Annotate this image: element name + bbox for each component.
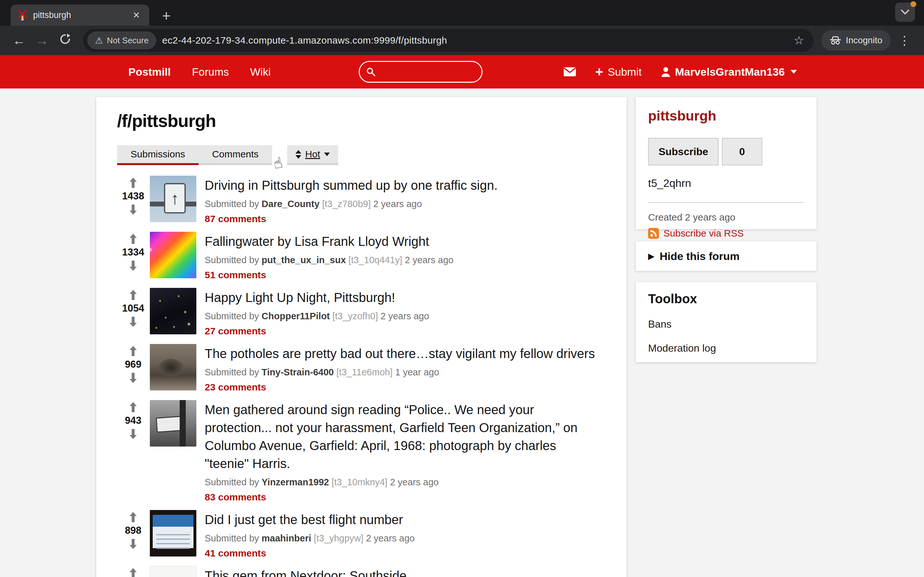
vote-count: 1054 bbox=[122, 303, 144, 314]
user-menu[interactable]: MarvelsGrantMan136 bbox=[661, 66, 797, 78]
address-bar[interactable]: ⚠ Not Secure ec2-44-202-179-34.compute-1… bbox=[83, 29, 814, 52]
downvote-icon[interactable] bbox=[129, 261, 137, 271]
brand-link[interactable]: Postmill bbox=[128, 66, 171, 78]
submission-row: 835 This gem from Nextdoor: Southside Su… bbox=[117, 566, 606, 577]
new-tab-button[interactable]: + bbox=[162, 7, 171, 24]
toolbox-item-moderation-log[interactable]: Moderation log bbox=[648, 342, 804, 354]
back-icon[interactable]: ← bbox=[9, 33, 29, 48]
hide-forum-label: Hide this forum bbox=[660, 250, 740, 263]
submission-id: [t3_10q441y] bbox=[349, 255, 402, 265]
submission-title[interactable]: Did I just get the best flight number bbox=[205, 511, 415, 529]
downvote-icon[interactable] bbox=[129, 373, 137, 383]
submission-thumbnail[interactable] bbox=[150, 510, 196, 556]
submission-row: 1334 Fallingwater by Lisa Frank Lloyd Wr… bbox=[117, 232, 606, 280]
rss-link[interactable]: Subscribe via RSS bbox=[648, 228, 804, 239]
comments-link[interactable]: 87 comments bbox=[205, 213, 498, 224]
upvote-icon[interactable] bbox=[129, 177, 137, 188]
submission-title[interactable]: Men gathered around sign reading “Police… bbox=[205, 401, 601, 472]
submission-meta: Submitted by Chopper11Pilot [t3_yzofh0] … bbox=[205, 311, 429, 322]
comments-link[interactable]: 23 comments bbox=[205, 382, 595, 393]
incognito-icon bbox=[830, 36, 841, 45]
toolbox-title: Toolbox bbox=[648, 292, 804, 306]
update-dot bbox=[911, 1, 916, 7]
submission-thumbnail[interactable] bbox=[150, 400, 196, 446]
sort-dropdown[interactable]: Hot bbox=[287, 145, 338, 165]
submission-row: 943 Men gathered around sign reading “Po… bbox=[117, 400, 606, 503]
submission-title[interactable]: Happy Light Up Night, Pittsburgh! bbox=[205, 288, 429, 306]
comments-link[interactable]: 51 comments bbox=[205, 269, 453, 280]
downvote-icon[interactable] bbox=[129, 539, 137, 549]
submission-thumbnail[interactable] bbox=[150, 566, 196, 577]
sort-icon bbox=[296, 150, 301, 159]
submission-time: 2 years ago bbox=[381, 311, 429, 321]
author-link[interactable]: Chopper11Pilot bbox=[262, 311, 330, 321]
vote-column: 943 bbox=[117, 400, 149, 503]
submission-id: [t3_z780b9] bbox=[322, 199, 371, 209]
postmill-favicon-windmill-icon bbox=[17, 10, 28, 21]
author-link[interactable]: Tiny-Strain-6400 bbox=[262, 367, 334, 377]
submission-thumbnail[interactable] bbox=[150, 344, 196, 390]
window-chevron-button[interactable] bbox=[895, 3, 915, 22]
hide-forum-card[interactable]: ▶ Hide this forum bbox=[636, 242, 817, 271]
submission-list: 1438 Driving in Pittsburgh summed up by … bbox=[117, 176, 606, 577]
page-title: /f/pittsburgh bbox=[117, 111, 606, 131]
submission-title[interactable]: Driving in Pittsburgh summed up by one t… bbox=[205, 176, 498, 194]
submission-meta: Submitted by Tiny-Strain-6400 [t3_11e6mo… bbox=[205, 367, 595, 378]
author-link[interactable]: maahinberi bbox=[262, 533, 311, 543]
vote-count: 1438 bbox=[122, 190, 144, 202]
submission-time: 2 years ago bbox=[405, 255, 454, 265]
messages-button[interactable] bbox=[564, 67, 576, 77]
submission-title[interactable]: The potholes are pretty bad out there…st… bbox=[205, 345, 595, 363]
upvote-icon[interactable] bbox=[129, 512, 137, 522]
comments-link[interactable]: 41 comments bbox=[205, 548, 415, 559]
bookmark-star-icon[interactable]: ☆ bbox=[788, 34, 809, 47]
downvote-icon[interactable] bbox=[129, 317, 137, 327]
submission-body: This gem from Nextdoor: Southside Submit… bbox=[196, 566, 411, 577]
nav-link-wiki[interactable]: Wiki bbox=[250, 66, 270, 78]
submission-thumbnail[interactable] bbox=[150, 288, 196, 334]
upvote-icon[interactable] bbox=[129, 402, 137, 412]
submission-title[interactable]: This gem from Nextdoor: Southside bbox=[205, 567, 411, 577]
submission-thumbnail[interactable] bbox=[150, 176, 196, 222]
upvote-icon[interactable] bbox=[129, 234, 137, 244]
downvote-icon[interactable] bbox=[129, 205, 137, 215]
vote-count: 898 bbox=[125, 525, 142, 536]
upvote-icon[interactable] bbox=[129, 290, 137, 300]
tab-submissions[interactable]: Submissions bbox=[117, 145, 199, 165]
search-box[interactable] bbox=[359, 61, 483, 83]
submit-button[interactable]: + Submit bbox=[596, 66, 642, 78]
nav-link-forums[interactable]: Forums bbox=[192, 66, 229, 78]
author-link[interactable]: Yinzerman1992 bbox=[262, 477, 329, 487]
subscribe-button[interactable]: Subscribe bbox=[648, 138, 719, 165]
tab-comments[interactable]: Comments bbox=[199, 145, 272, 165]
toolbox-card: Toolbox Bans Moderation log bbox=[636, 282, 817, 362]
vote-count: 1334 bbox=[122, 247, 144, 258]
subscriber-count: 0 bbox=[722, 138, 762, 165]
browser-menu-icon[interactable]: ⋮ bbox=[894, 33, 915, 47]
browser-tab[interactable]: pittsburgh ✕ bbox=[11, 5, 149, 26]
search-input[interactable] bbox=[380, 67, 475, 77]
divider bbox=[648, 202, 804, 203]
submission-body: The potholes are pretty bad out there…st… bbox=[196, 344, 595, 393]
forum-name[interactable]: pittsburgh bbox=[648, 108, 804, 124]
forward-icon[interactable]: → bbox=[32, 33, 52, 48]
vote-column: 1054 bbox=[117, 288, 149, 337]
toolbox-item-bans[interactable]: Bans bbox=[648, 318, 804, 330]
submission-title[interactable]: Fallingwater by Lisa Frank Lloyd Wright bbox=[205, 232, 453, 250]
tab-title: pittsburgh bbox=[33, 10, 125, 20]
vote-count: 943 bbox=[125, 415, 142, 426]
author-link[interactable]: Dare_County bbox=[262, 199, 320, 209]
submission-thumbnail[interactable] bbox=[150, 232, 196, 278]
comments-link[interactable]: 83 comments bbox=[205, 492, 601, 503]
security-chip[interactable]: ⚠ Not Secure bbox=[87, 31, 156, 49]
tab-strip: pittsburgh ✕ + bbox=[0, 0, 924, 26]
downvote-icon[interactable] bbox=[129, 429, 137, 439]
comments-link[interactable]: 27 comments bbox=[205, 326, 429, 337]
tab-close-icon[interactable]: ✕ bbox=[130, 10, 143, 21]
page-body: /f/pittsburgh Submissions Comments Hot 1… bbox=[0, 89, 924, 577]
upvote-icon[interactable] bbox=[129, 346, 137, 356]
upvote-icon[interactable] bbox=[129, 568, 137, 577]
content-tabs: Submissions Comments Hot bbox=[117, 145, 606, 165]
reload-icon[interactable] bbox=[55, 33, 75, 48]
author-link[interactable]: put_the_ux_in_sux bbox=[262, 255, 346, 265]
